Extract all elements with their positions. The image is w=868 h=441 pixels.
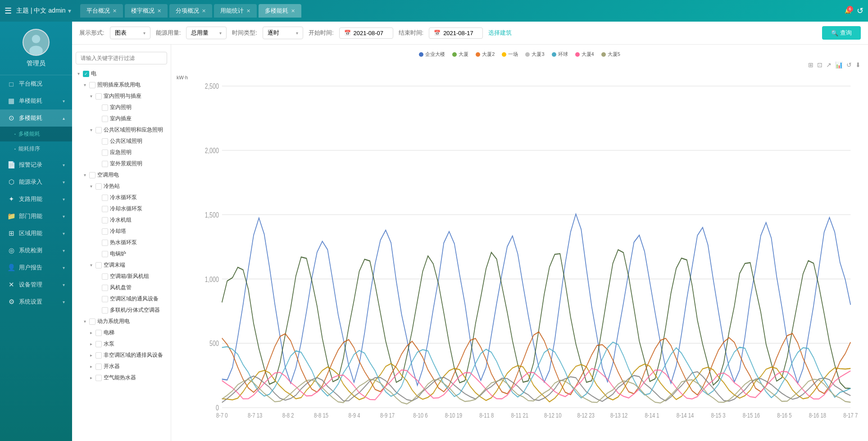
tree-node[interactable]: 冷水机组: [72, 214, 171, 226]
checkbox[interactable]: [102, 195, 108, 201]
tool-bar-icon[interactable]: 📊: [835, 61, 843, 68]
checkbox[interactable]: [102, 138, 108, 145]
checkbox[interactable]: [102, 105, 108, 111]
legend-item[interactable]: 大厦5: [601, 51, 620, 58]
checkbox[interactable]: [102, 307, 108, 314]
checkbox[interactable]: [102, 285, 108, 291]
tree-node[interactable]: 热水循环泵: [72, 237, 171, 248]
top-tab[interactable]: 用能统计✕: [214, 4, 257, 18]
checkbox[interactable]: [95, 352, 102, 359]
expand-icon[interactable]: ▾: [76, 71, 81, 76]
tree-node[interactable]: 冷却塔: [72, 226, 171, 237]
tool-grid-icon[interactable]: ⊞: [808, 61, 813, 68]
expand-icon[interactable]: ▸: [88, 375, 94, 380]
tree-node[interactable]: 空调区域的通风设备: [72, 293, 171, 305]
refresh-icon[interactable]: ↺: [857, 6, 863, 16]
sidebar-item-0[interactable]: □ 平台概况: [0, 75, 72, 92]
sidebar-item-10[interactable]: ✕ 设备管理 ▾: [0, 276, 72, 293]
legend-item[interactable]: 大厦2: [476, 51, 495, 58]
sidebar-item-3[interactable]: 📄 报警记录 ▾: [0, 156, 72, 173]
tree-node[interactable]: ▾✓电: [72, 68, 171, 79]
tree-search-input[interactable]: [76, 52, 167, 64]
checkbox[interactable]: [102, 116, 108, 122]
tree-node[interactable]: 室内插座: [72, 113, 171, 124]
checkbox[interactable]: [102, 228, 108, 235]
menu-icon[interactable]: ☰: [5, 6, 12, 16]
expand-icon[interactable]: ▾: [88, 94, 94, 99]
expand-icon[interactable]: ▸: [88, 330, 94, 335]
expand-icon[interactable]: ▸: [88, 353, 94, 358]
expand-icon[interactable]: ▾: [82, 319, 87, 324]
sidebar-item-6[interactable]: 📁 部门用能 ▾: [0, 208, 72, 225]
sidebar-item-5[interactable]: ✦ 支路用能 ▾: [0, 191, 72, 208]
expand-icon[interactable]: ▾: [88, 127, 94, 132]
tree-node[interactable]: ▾室内照明与插座: [72, 91, 171, 102]
building-select-link[interactable]: 选择建筑: [488, 29, 512, 37]
tree-node[interactable]: 电锅炉: [72, 248, 171, 259]
tree-node[interactable]: ▸电梯: [72, 327, 171, 338]
display-select[interactable]: 图表 ▾: [110, 27, 150, 39]
checkbox[interactable]: [89, 172, 95, 178]
legend-item[interactable]: 企业大楼: [419, 51, 445, 58]
checkbox[interactable]: [102, 296, 108, 302]
start-date-field[interactable]: 📅 2021-08-07: [339, 27, 393, 39]
checkbox[interactable]: [102, 150, 108, 156]
tree-node[interactable]: 应急照明: [72, 147, 171, 158]
tool-refresh-icon[interactable]: ↺: [846, 61, 852, 68]
sidebar-item-1[interactable]: ▦ 单楼能耗 ▾: [0, 92, 72, 109]
sidebar-item-2[interactable]: ⊙ 多楼能耗 ▴: [0, 109, 72, 127]
time-type-select[interactable]: 逐时 ▾: [263, 27, 303, 39]
checkbox[interactable]: [95, 262, 102, 268]
sidebar-subitem[interactable]: 多楼能耗: [0, 127, 72, 141]
tree-node[interactable]: ▾公共区域照明和应急照明: [72, 124, 171, 136]
tool-box-icon[interactable]: ⊡: [817, 61, 823, 68]
tree-node[interactable]: 室内照明: [72, 102, 171, 113]
expand-icon[interactable]: ▾: [82, 173, 87, 177]
tree-node[interactable]: ▸非空调区域的通排风设备: [72, 350, 171, 361]
tree-node[interactable]: ▾照明插座系统用电: [72, 79, 171, 91]
checkbox[interactable]: [102, 206, 108, 212]
checkbox[interactable]: [89, 82, 95, 88]
legend-item[interactable]: 大厦: [452, 51, 468, 58]
sidebar-item-11[interactable]: ⚙ 系统设置 ▾: [0, 293, 72, 310]
tree-node[interactable]: 室外景观照明: [72, 158, 171, 169]
checkbox[interactable]: [95, 375, 102, 381]
end-date-field[interactable]: 📅 2021-08-17: [429, 27, 483, 39]
checkbox[interactable]: [102, 251, 108, 257]
legend-item[interactable]: 大厦4: [575, 51, 594, 58]
checkbox[interactable]: [95, 183, 102, 190]
top-tab[interactable]: 分项概况✕: [169, 4, 212, 18]
tree-node[interactable]: ▾空调末端: [72, 259, 171, 271]
tree-node[interactable]: ▸开水器: [72, 361, 171, 372]
tree-node[interactable]: ▸水泵: [72, 338, 171, 350]
checkbox[interactable]: [95, 330, 102, 336]
legend-item[interactable]: 大厦3: [525, 51, 544, 58]
checkbox[interactable]: [95, 127, 102, 133]
legend-item[interactable]: 环球: [552, 51, 568, 58]
tree-node[interactable]: 空调箱/新风机组: [72, 271, 171, 282]
tree-node[interactable]: ▾冷热站: [72, 181, 171, 192]
sidebar-item-7[interactable]: ⊞ 区域用能 ▾: [0, 225, 72, 242]
expand-icon[interactable]: ▾: [82, 82, 87, 87]
tree-node[interactable]: 多联机/分体式空调器: [72, 305, 171, 316]
checkbox[interactable]: [95, 341, 102, 347]
sidebar-item-8[interactable]: ◎ 系统检测 ▾: [0, 242, 72, 259]
energy-select[interactable]: 总用量 ▾: [186, 27, 227, 39]
checkbox[interactable]: [89, 318, 95, 325]
sidebar-item-9[interactable]: 👤 用户报告 ▾: [0, 259, 72, 276]
checkbox[interactable]: [95, 364, 102, 370]
tree-node[interactable]: ▾动力系统用电: [72, 316, 171, 327]
sidebar-item-4[interactable]: ⬡ 能源录入 ▾: [0, 173, 72, 191]
legend-item[interactable]: 一场: [502, 51, 518, 58]
expand-icon[interactable]: ▸: [88, 341, 94, 346]
checkbox[interactable]: ✓: [83, 71, 89, 77]
notification-bell[interactable]: 🔔 6: [845, 8, 851, 14]
tree-node[interactable]: 冷却水循环泵: [72, 203, 171, 214]
checkbox[interactable]: [102, 273, 108, 280]
expand-icon[interactable]: ▸: [88, 364, 94, 369]
expand-icon[interactable]: ▾: [88, 184, 94, 189]
expand-icon[interactable]: ▾: [88, 263, 94, 268]
tree-node[interactable]: 风机盘管: [72, 282, 171, 293]
top-tab[interactable]: 楼宇概况✕: [125, 4, 168, 18]
tool-expand-icon[interactable]: ↗: [826, 61, 832, 68]
